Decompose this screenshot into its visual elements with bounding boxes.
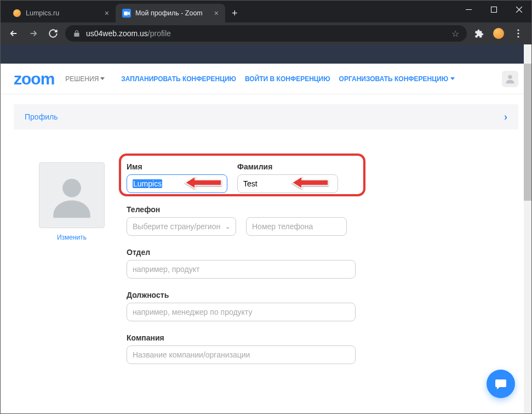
- browser-menu-icon[interactable]: [511, 26, 526, 41]
- svg-rect-2: [491, 7, 496, 12]
- company-label: Компания: [127, 333, 510, 342]
- bookmark-star-icon[interactable]: ☆: [451, 29, 459, 39]
- position-label: Должность: [127, 291, 510, 299]
- browser-forward-button[interactable]: [26, 26, 41, 41]
- annotation-arrow-left: [184, 175, 222, 190]
- svg-point-5: [517, 36, 519, 37]
- join-meeting-link[interactable]: ВОЙТИ В КОНФЕРЕНЦИЮ: [245, 75, 330, 83]
- browser-reload-button[interactable]: [45, 26, 61, 41]
- window-close-button[interactable]: [506, 1, 531, 18]
- url-text: us04web.zoom.us/profile: [86, 29, 171, 38]
- department-label: Отдел: [127, 248, 510, 257]
- svg-point-6: [508, 75, 512, 78]
- profile-breadcrumb-bar[interactable]: Профиль ›: [14, 104, 518, 129]
- tab-close-icon[interactable]: ×: [105, 9, 109, 18]
- lock-icon: [73, 30, 81, 37]
- change-avatar-link[interactable]: Изменить: [57, 234, 87, 241]
- phone-number-input[interactable]: [246, 217, 347, 236]
- profile-label: Профиль: [25, 112, 58, 121]
- svg-point-7: [62, 179, 81, 197]
- department-input[interactable]: [127, 260, 356, 279]
- chevron-down-icon: [100, 77, 105, 80]
- solutions-dropdown[interactable]: РЕШЕНИЯ: [65, 75, 105, 83]
- window-maximize-button[interactable]: [481, 1, 506, 18]
- first-name-label: Имя: [127, 162, 227, 171]
- zoom-logo[interactable]: zoom: [14, 70, 54, 88]
- chevron-down-icon: [450, 77, 455, 80]
- chat-fab-button[interactable]: [487, 370, 515, 398]
- favicon-lumpics: [13, 9, 21, 18]
- user-avatar-small[interactable]: [502, 71, 518, 87]
- svg-rect-0: [124, 12, 128, 15]
- address-bar[interactable]: us04web.zoom.us/profile ☆: [65, 25, 467, 42]
- extensions-icon[interactable]: [471, 26, 487, 41]
- svg-point-3: [517, 29, 519, 31]
- phone-country-select[interactable]: Выберите страну/регион ⌄: [127, 217, 236, 236]
- profile-avatar-large[interactable]: [39, 162, 105, 228]
- window-minimize-button[interactable]: [456, 1, 481, 18]
- chevron-down-icon: ⌄: [225, 223, 230, 230]
- position-input[interactable]: [127, 303, 356, 321]
- tab-title: Мой профиль - Zoom: [135, 9, 210, 17]
- browser-back-button[interactable]: [6, 26, 21, 41]
- new-tab-button[interactable]: +: [225, 8, 244, 19]
- chevron-right-icon: ›: [504, 111, 507, 123]
- top-dark-band: [1, 44, 531, 64]
- favicon-zoom: [122, 9, 131, 18]
- browser-tab-zoom[interactable]: Мой профиль - Zoom ×: [116, 4, 225, 22]
- tab-title: Lumpics.ru: [26, 9, 100, 17]
- company-input[interactable]: [127, 345, 356, 364]
- svg-point-4: [517, 32, 519, 34]
- tab-close-icon[interactable]: ×: [214, 9, 219, 18]
- schedule-meeting-link[interactable]: ЗАПЛАНИРОВАТЬ КОНФЕРЕНЦИЮ: [121, 75, 236, 83]
- annotation-arrow-right: [291, 175, 329, 190]
- svg-rect-1: [466, 9, 472, 10]
- host-meeting-dropdown[interactable]: ОРГАНИЗОВАТЬ КОНФЕРЕНЦИЮ: [339, 75, 455, 83]
- page-scrollbar[interactable]: [524, 44, 531, 414]
- browser-tab-lumpics[interactable]: Lumpics.ru ×: [6, 4, 116, 22]
- phone-label: Телефон: [127, 205, 510, 214]
- profile-avatar-icon[interactable]: [491, 26, 506, 41]
- last-name-label: Фамилия: [237, 162, 338, 171]
